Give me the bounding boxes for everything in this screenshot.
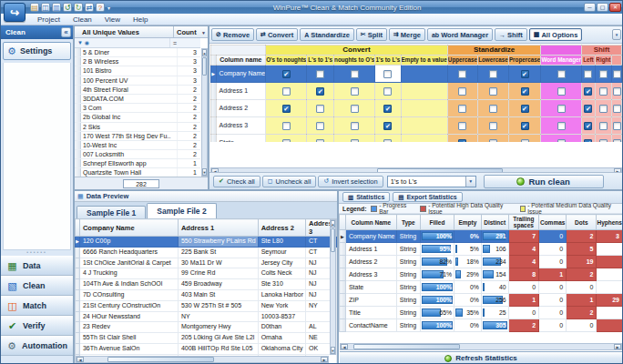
col-header-uppercase[interactable]: Uppercase — [447, 56, 477, 66]
refresh-statistics-button[interactable]: Refresh Statistics — [340, 351, 622, 364]
checkbox-propercase[interactable] — [521, 139, 529, 142]
remove-button[interactable]: ⊘Remove — [211, 28, 254, 41]
checkbox-propercase[interactable]: ✔ — [521, 87, 529, 96]
checkbox-word-manager[interactable] — [557, 139, 566, 142]
stats-col-empty[interactable]: Empty — [454, 215, 482, 230]
checkbox-uppercase[interactable]: ✔ — [458, 139, 466, 142]
checkbox-left[interactable]: ✔ — [584, 87, 592, 96]
checkbox-uppercase[interactable] — [458, 70, 466, 78]
scroll-left-icon[interactable]: ◀ — [77, 357, 84, 362]
run-clean-button[interactable]: Run clean — [484, 175, 604, 188]
preview-col-address-1[interactable]: Address 1 — [178, 219, 258, 237]
menu-help[interactable]: Help — [128, 15, 153, 24]
sidebar-item-clean[interactable]: ▧Clean — [1, 276, 73, 296]
app-logo-icon[interactable]: ↪ — [4, 3, 26, 22]
table-row[interactable]: ▶120 C00p550 Strawberry PLains RdSte L80… — [76, 237, 337, 248]
statistics-hscrollbar[interactable]: ◀ ▶ — [340, 343, 622, 350]
checkbox-uppercase[interactable] — [458, 122, 466, 130]
scroll-up-icon[interactable]: ▲ — [331, 220, 335, 228]
checkbox-word-manager[interactable] — [557, 87, 566, 96]
sidebar-item-verify[interactable]: ✔Verify — [1, 316, 73, 336]
stats-col-commas[interactable]: Commas — [539, 215, 567, 230]
standardize-button[interactable]: AStandardize — [300, 28, 354, 41]
checkbox-l-s-to-1-s[interactable]: ✔ — [316, 87, 324, 96]
table-row[interactable]: 6666 Ranch Headquarters225 Bank StSeymou… — [76, 247, 337, 258]
stats-row[interactable]: Address 3String71%29%154812 — [340, 268, 623, 281]
stats-row[interactable]: ContactNameString100%0%305200 — [340, 319, 623, 332]
col-header-word-manager[interactable]: Word Manager — [541, 56, 582, 66]
checkbox-lowercase[interactable] — [489, 105, 497, 113]
invert-selection-button[interactable]: ↺ Invert selection — [318, 176, 383, 187]
list-item[interactable]: 100 Percent UV3 — [75, 76, 200, 86]
checkbox-item[interactable] — [613, 87, 621, 96]
stats-col-filled[interactable]: Filled — [420, 215, 454, 230]
table-row[interactable]: 7D COnsulting403 Main StLanoka HarborNJ — [76, 289, 337, 300]
stats-col-dots[interactable]: Dots — [567, 215, 597, 230]
checkbox-noughts-to-o-s[interactable] — [351, 139, 359, 142]
checkbox-propercase[interactable]: ✔ — [521, 70, 529, 78]
checkbox-o-s-to-noughts[interactable] — [282, 122, 291, 130]
col-header-l-s-to-1-s[interactable]: L's to 1's — [307, 56, 334, 66]
checkbox-l-s-to-1-s[interactable] — [316, 139, 324, 142]
sidebar-item-settings[interactable]: ⚙ Settings — [3, 42, 71, 60]
shift-button[interactable]: →Shift — [495, 28, 527, 41]
preview-vscrollbar[interactable]: ▲ ▼ — [330, 219, 336, 355]
scroll-thumb[interactable] — [107, 357, 214, 362]
stats-col-type[interactable]: Type — [396, 215, 420, 230]
tab-sample-file-1[interactable]: Sample File 1 — [77, 206, 146, 218]
col-header-left[interactable]: Left — [582, 56, 596, 66]
clean-grid-row[interactable]: Address 1✔✔✔ — [211, 82, 622, 99]
scroll-track[interactable] — [348, 344, 614, 349]
list-item[interactable]: 3 Com2 — [75, 104, 200, 113]
checkbox-left[interactable] — [584, 70, 592, 78]
checkbox-noughts-to-o-s[interactable] — [351, 87, 359, 96]
scroll-down-icon[interactable]: ▼ — [202, 168, 207, 176]
col-header-empty-to-a-value[interactable]: Empty to a value — [401, 56, 447, 66]
sidebar-item-data[interactable]: ▦Data — [1, 256, 73, 276]
count-column-header[interactable]: Count ▼ — [174, 26, 208, 37]
scroll-right-icon[interactable]: ▶ — [321, 357, 328, 362]
table-row[interactable]: 4 J Trucking99 Crine RdColts NeckNJ — [76, 268, 337, 279]
checkbox-word-manager[interactable] — [557, 70, 566, 78]
checkbox-o-s-to-noughts[interactable]: ✔ — [282, 105, 291, 113]
checkbox-item[interactable] — [613, 122, 621, 130]
table-row[interactable]: 104Th Ave & Indian SchOOl459 BroadwaySte… — [76, 279, 337, 290]
stats-col-column-name[interactable]: Column Name — [345, 215, 396, 230]
col-header-1-s-to-l-s[interactable]: 1's to L's — [375, 56, 401, 66]
col-header-o-s-to-noughts[interactable]: O's to noughts — [266, 56, 307, 66]
preview-hscrollbar[interactable]: ◀ ▶ — [76, 356, 329, 363]
checkbox-1-s-to-l-s[interactable]: ✔ — [383, 122, 392, 130]
list-item[interactable]: Quartzsite Town Hall1 — [75, 168, 200, 177]
list-item[interactable]: 007 Locksmith2 — [75, 150, 200, 159]
table-row[interactable]: 23 RedevMontgomery HwyD0thanAL — [76, 322, 337, 333]
convert-button[interactable]: ⇄Convert — [256, 28, 298, 41]
filter-row[interactable]: ▼ ◉ = — [75, 38, 200, 48]
checkbox-o-s-to-noughts[interactable] — [282, 87, 291, 96]
checkbox-left[interactable]: ✔ — [584, 139, 592, 142]
sidebar-item-automation[interactable]: ⚙Automation — [1, 336, 73, 356]
checkbox-noughts-to-o-s[interactable] — [351, 70, 359, 78]
split-button[interactable]: ✂Split — [356, 28, 387, 41]
list-item[interactable]: 101 Bistro3 — [75, 66, 200, 76]
checkbox-item[interactable] — [613, 105, 621, 113]
sidebar-item-match[interactable]: ◫Match — [1, 296, 73, 316]
col-header-propercase[interactable]: Propercase — [508, 56, 541, 66]
chevron-down-icon[interactable]: ▼ — [465, 177, 475, 187]
col-header-lowercase[interactable]: Lowercase — [478, 56, 509, 66]
all-options-button[interactable]: ▦All Options — [529, 28, 583, 41]
open-icon[interactable]: ▤ — [30, 3, 39, 12]
col-header-noughts-to-o-s[interactable]: noughts to O's — [334, 56, 375, 66]
stats-row[interactable]: StateString100%0%40000 — [340, 281, 623, 294]
checkbox-left[interactable]: ✔ — [584, 105, 592, 113]
scroll-thumb[interactable] — [202, 57, 207, 76]
scroll-up-icon[interactable]: ▲ — [202, 49, 207, 56]
menu-clean[interactable]: Clean — [67, 15, 97, 24]
menu-project[interactable]: Project — [32, 15, 66, 24]
checkbox-noughts-to-o-s[interactable] — [351, 122, 359, 130]
scroll-thumb[interactable] — [353, 344, 460, 349]
table-row[interactable]: 24 HOur NewsstandNY10003-8537 — [76, 311, 337, 322]
scroll-right-icon[interactable]: ▶ — [614, 344, 621, 349]
stats-col-distinct[interactable]: Distinct — [481, 215, 508, 230]
checkbox-uppercase[interactable] — [458, 105, 466, 113]
checkbox-1-s-to-l-s[interactable] — [383, 139, 392, 142]
